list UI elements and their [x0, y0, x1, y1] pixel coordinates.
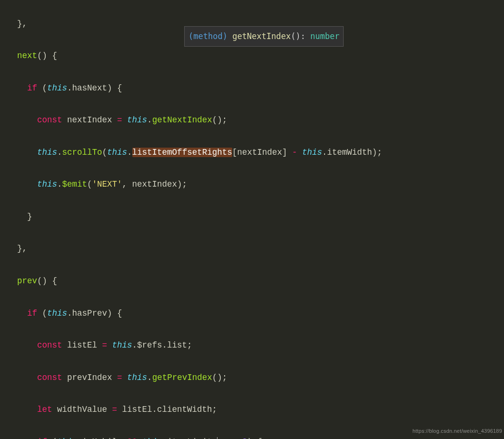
code-line[interactable]: if (this.hasPrev) { [17, 306, 504, 322]
code-line[interactable]: let widthValue = listEl.clientWidth; [17, 402, 504, 418]
highlighted-identifier: listItemOffsetRights [132, 148, 232, 157]
watermark-text: https://blog.csdn.net/weixin_4396189 [413, 426, 502, 436]
code-line[interactable]: const prevIndex = this.getPrevIndex(); [17, 370, 504, 386]
code-line[interactable]: prev() { [17, 273, 504, 289]
code-line[interactable]: }, [17, 241, 504, 257]
code-line[interactable]: const listEl = this.$refs.list; [17, 338, 504, 354]
code-line[interactable]: if (this.hasNext) { [17, 80, 504, 97]
code-line[interactable]: const nextIndex = this.getNextIndex(); [17, 112, 504, 129]
tooltip-parens: (): [291, 31, 306, 41]
code-line[interactable]: } [17, 209, 504, 225]
tooltip-return-type: number [310, 31, 339, 41]
code-line[interactable]: this.scrollTo(this.listItemOffsetRights[… [17, 145, 504, 161]
code-editor[interactable]: }, next() { if (this.hasNext) { const ne… [0, 0, 504, 439]
intellisense-tooltip: (method) getNextIndex(): number [184, 26, 344, 47]
tooltip-kind: (method) [188, 31, 227, 41]
code-line[interactable]: this.$emit('NEXT', nextIndex); [17, 177, 504, 193]
tooltip-method-name: getNextIndex [232, 31, 291, 41]
code-line[interactable]: next() { [17, 48, 504, 64]
